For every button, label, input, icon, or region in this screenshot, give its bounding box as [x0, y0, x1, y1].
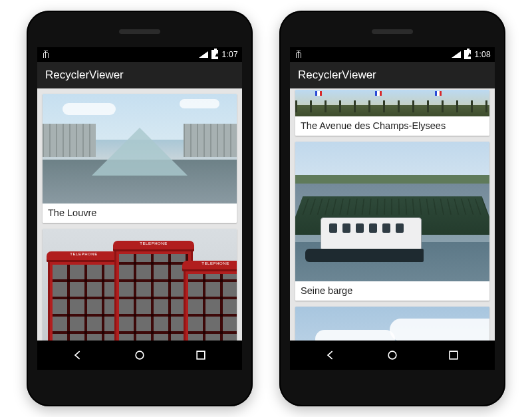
app-bar: RecyclerViewer — [290, 62, 495, 88]
signal-icon — [199, 51, 208, 58]
clock: 1:07 — [221, 50, 238, 59]
recycler-view[interactable]: The Louvre TELEPHONE TELEPHONE TELEPHONE — [37, 88, 242, 370]
status-right: ▲ 1:07 — [199, 50, 238, 59]
stage: ⫚ ▲ 1:07 RecyclerViewer — [0, 0, 532, 417]
nav-bar — [290, 341, 495, 370]
battery-icon: ▲ — [211, 50, 218, 59]
list-item[interactable]: The Louvre — [43, 94, 237, 223]
debug-icon: ⫚ — [294, 50, 303, 59]
app-title: RecyclerViewer — [298, 69, 376, 82]
photo-caption: Seine barge — [295, 281, 489, 301]
phone-right-screen: ⫚ ▲ 1:08 RecyclerViewer — [290, 47, 495, 370]
debug-icon: ⫚ — [41, 50, 51, 59]
nav-recent-button[interactable] — [446, 347, 462, 363]
list-item[interactable]: The Avenue des Champs-Elysees — [295, 90, 489, 136]
status-bar: ⫚ ▲ 1:07 — [37, 47, 242, 62]
photo-seine-barge — [295, 142, 489, 281]
svg-rect-3 — [450, 351, 458, 359]
phone-speaker — [372, 29, 413, 34]
svg-point-2 — [388, 351, 396, 359]
phone-left: ⫚ ▲ 1:07 RecyclerViewer — [27, 11, 253, 406]
phone-right: ⫚ ▲ 1:08 RecyclerViewer — [279, 11, 505, 406]
list-item[interactable]: Seine barge — [295, 142, 489, 301]
phone-speaker — [119, 29, 160, 34]
nav-home-button[interactable] — [384, 347, 400, 363]
nav-home-button[interactable] — [132, 347, 148, 363]
nav-back-button[interactable] — [323, 347, 339, 363]
photo-champs-elysees — [295, 90, 489, 116]
svg-rect-1 — [197, 351, 205, 359]
clock: 1:08 — [474, 50, 491, 59]
photo-caption: The Louvre — [43, 204, 237, 223]
nav-recent-button[interactable] — [193, 347, 209, 363]
app-bar: RecyclerViewer — [37, 62, 242, 88]
phone-left-screen: ⫚ ▲ 1:07 RecyclerViewer — [37, 47, 242, 370]
nav-bar — [37, 341, 242, 370]
signal-icon — [452, 51, 461, 58]
svg-point-0 — [136, 351, 144, 359]
status-left: ⫚ — [294, 50, 303, 59]
nav-back-button[interactable] — [70, 347, 86, 363]
photo-louvre — [43, 94, 237, 204]
status-right: ▲ 1:08 — [452, 50, 491, 59]
battery-icon: ▲ — [464, 50, 471, 59]
status-left: ⫚ — [41, 50, 51, 59]
recycler-view[interactable]: The Avenue des Champs-Elysees Seine barg… — [290, 88, 495, 370]
status-bar: ⫚ ▲ 1:08 — [290, 47, 495, 62]
photo-caption: The Avenue des Champs-Elysees — [295, 116, 489, 136]
app-title: RecyclerViewer — [45, 69, 124, 82]
